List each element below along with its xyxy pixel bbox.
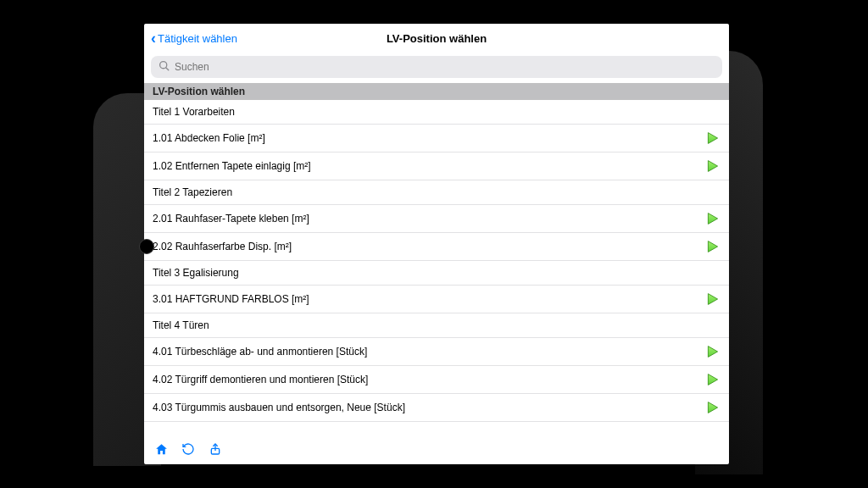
play-icon[interactable] [705,372,721,387]
section-header: LV-Position wählen [144,83,729,100]
list-item-label: 4.03 Türgummis ausbauen und entsorgen, N… [153,402,705,413]
list-item-label: 2.01 Rauhfaser-Tapete kleben [m²] [153,213,705,225]
list-item[interactable]: 4.02 Türgriff demontieren und montieren … [144,366,729,394]
nav-bar: ‹ Tätigkeit wählen LV-Position wählen [144,24,729,53]
list-item: Titel 1 Vorarbeiten [144,100,729,125]
list-item-label: 1.01 Abdecken Folie [m²] [153,132,705,144]
svg-marker-8 [708,374,717,385]
play-icon[interactable] [705,239,721,254]
svg-marker-9 [708,402,717,413]
play-icon[interactable] [705,130,721,146]
list-item[interactable]: 2.02 Rauhfaserfarbe Disp. [m²] [144,233,729,261]
svg-marker-5 [708,241,717,252]
search-wrap [144,53,729,83]
list-item-label: Titel 3 Egalisierung [153,267,721,279]
share-button[interactable] [207,441,224,458]
back-label: Tätigkeit wählen [158,32,237,45]
list-item-label: 4.02 Türgriff demontieren und montieren … [153,374,705,385]
list-item-label: 2.02 Rauhfaserfarbe Disp. [m²] [153,241,705,252]
list-item[interactable]: 4.03 Türgummis ausbauen und entsorgen, N… [144,394,729,422]
play-icon[interactable] [705,158,721,174]
list-item: Titel 3 Egalisierung [144,261,729,286]
list-item-label: Titel 4 Türen [153,319,721,331]
svg-marker-3 [708,161,717,172]
list-item[interactable]: 1.02 Entfernen Tapete einlagig [m²] [144,152,729,180]
reload-button[interactable] [180,441,197,458]
app-window: ‹ Tätigkeit wählen LV-Position wählen LV… [144,24,729,464]
list-item[interactable]: 1.01 Abdecken Folie [m²] [144,125,729,152]
list-item-label: Titel 1 Vorarbeiten [153,106,721,118]
svg-marker-2 [708,133,717,144]
back-button[interactable]: ‹ Tätigkeit wählen [151,24,237,53]
list-item: Titel 2 Tapezieren [144,180,729,205]
play-icon[interactable] [705,400,721,415]
tablet-home-button [139,239,154,254]
list-item[interactable]: 2.01 Rauhfaser-Tapete kleben [m²] [144,205,729,233]
list-item-label: 4.01 Türbeschläge ab- und anmontieren [S… [153,346,705,358]
list-item[interactable]: 3.01 HAFTGRUND FARBLOS [m²] [144,286,729,313]
play-icon[interactable] [705,344,721,359]
home-button[interactable] [153,441,170,458]
list-item-label: Titel 2 Tapezieren [153,186,721,198]
position-list[interactable]: Titel 1 Vorarbeiten1.01 Abdecken Folie [… [144,100,729,437]
svg-marker-7 [708,347,717,358]
play-icon[interactable] [705,211,721,226]
list-item-label: 3.01 HAFTGRUND FARBLOS [m²] [153,293,705,305]
svg-marker-6 [708,294,717,305]
list-item-label: 1.02 Entfernen Tapete einlagig [m²] [153,160,705,172]
bottom-toolbar [144,437,729,464]
svg-marker-4 [708,214,717,225]
list-item: Titel 4 Türen [144,313,729,338]
list-item[interactable]: 4.01 Türbeschläge ab- und anmontieren [S… [144,338,729,366]
play-icon[interactable] [705,291,721,307]
page-title: LV-Position wählen [387,32,487,45]
chevron-left-icon: ‹ [151,30,156,46]
search-input[interactable] [151,56,722,78]
